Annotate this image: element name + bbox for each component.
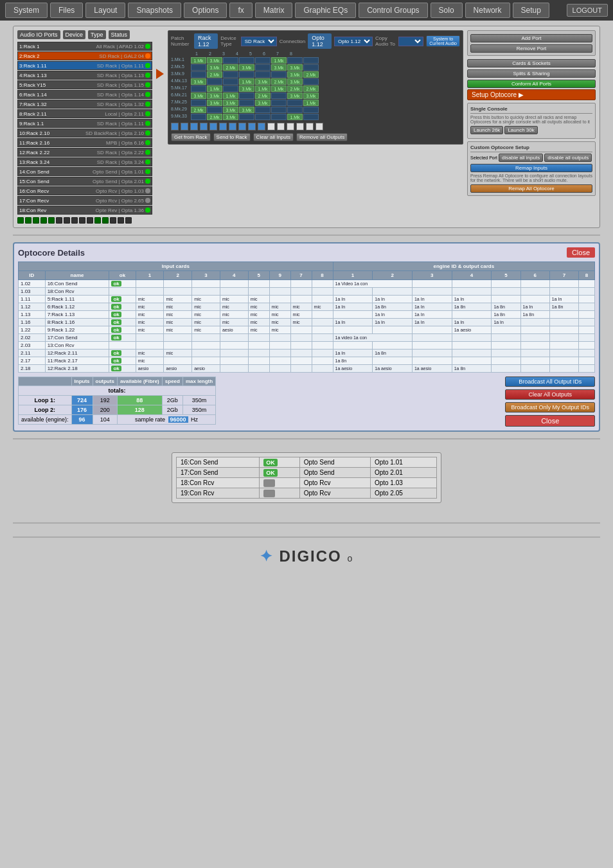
matrix-cell-7-4[interactable] bbox=[255, 107, 271, 113]
matrix-cell-0-0[interactable]: 1.Mk bbox=[191, 57, 206, 64]
matrix-cell-5-1[interactable]: 3.Mk bbox=[207, 93, 222, 99]
matrix-cell-6-0[interactable] bbox=[191, 100, 206, 106]
nav-layout[interactable]: Layout bbox=[85, 3, 125, 18]
rack-row-5[interactable]: 5:Rack Y15 SD Rack | Opta 1.15 bbox=[17, 80, 152, 89]
optocore-bottom-close-button[interactable]: Close bbox=[505, 415, 595, 427]
matrix-cell-3-0[interactable]: 3.Mk bbox=[191, 78, 206, 85]
matrix-cb-8[interactable] bbox=[238, 123, 246, 130]
rack-row-4[interactable]: 4:Rack 1.13 SD Rack | Opta 1.13 bbox=[17, 71, 152, 80]
rack-row-11[interactable]: 11:Rack 2.16 MPB | Opta 6.16 bbox=[17, 138, 152, 147]
disable-outputs-button[interactable]: disable all outputs bbox=[544, 154, 592, 162]
con-row-2[interactable]: 17:Con Send OK Opto Send Opto 2.01 bbox=[177, 468, 437, 478]
matrix-cell-1-3[interactable]: 3.Mk bbox=[239, 64, 254, 71]
rack-row-15[interactable]: 15:Con Send Opto Send | Opta 2.01 bbox=[17, 177, 152, 186]
matrix-cell-5-0[interactable]: 3.Mk bbox=[191, 93, 206, 99]
matrix-cb-2[interactable] bbox=[181, 123, 188, 130]
nav-fx[interactable]: fx bbox=[229, 3, 252, 18]
nav-graphic-eqs[interactable]: Graphic EQs bbox=[295, 3, 356, 18]
matrix-cell-5-6[interactable]: 3.Mk bbox=[287, 93, 303, 99]
matrix-cell-8-6[interactable]: 1.Mk bbox=[287, 114, 303, 120]
matrix-cell-4-1[interactable]: 1.Mk bbox=[207, 85, 222, 92]
matrix-cell-4-5[interactable]: 1.Mk bbox=[271, 85, 287, 92]
matrix-cell-6-1[interactable]: 3.Mk bbox=[207, 100, 222, 106]
rack-row-18[interactable]: 18:Con Rev Opte Rev | Opta 1.36 bbox=[17, 206, 152, 215]
add-port-button[interactable]: Add Port bbox=[470, 34, 592, 42]
matrix-cell-3-2[interactable] bbox=[223, 78, 238, 85]
matrix-cell-4-6[interactable]: 2.Mk bbox=[287, 85, 303, 92]
setup-optocore-button[interactable]: Setup Optocore ▶ bbox=[467, 89, 596, 100]
matrix-cell-6-2[interactable]: 3.Mk bbox=[223, 100, 238, 106]
remap-inputs-button[interactable]: Remap Inputs bbox=[470, 164, 592, 172]
matrix-cell-2-5[interactable] bbox=[271, 71, 287, 78]
disable-inputs-button[interactable]: disable all inputs bbox=[499, 154, 543, 162]
copy-audio-select[interactable] bbox=[398, 37, 423, 46]
matrix-cell-8-7[interactable] bbox=[303, 114, 319, 120]
optocore-close-button[interactable]: Close bbox=[567, 247, 595, 258]
logout-button[interactable]: LOGOUT bbox=[567, 4, 608, 17]
matrix-cell-1-4[interactable] bbox=[255, 64, 271, 71]
matrix-cell-8-2[interactable]: 3.Mk bbox=[223, 114, 238, 120]
matrix-cell-2-4[interactable] bbox=[255, 71, 271, 78]
matrix-cell-3-7[interactable] bbox=[303, 78, 319, 85]
matrix-cell-1-7[interactable] bbox=[303, 64, 319, 71]
matrix-cb-6[interactable] bbox=[219, 123, 227, 130]
matrix-cell-8-3[interactable] bbox=[239, 114, 254, 120]
matrix-cell-3-4[interactable]: 3.Mk bbox=[255, 78, 271, 85]
matrix-cb-13[interactable] bbox=[287, 123, 294, 130]
nav-solo[interactable]: Solo bbox=[431, 3, 463, 18]
matrix-cell-6-3[interactable] bbox=[239, 100, 254, 106]
matrix-cell-7-6[interactable] bbox=[287, 107, 303, 113]
matrix-cell-0-3[interactable] bbox=[239, 57, 254, 64]
matrix-cell-6-6[interactable] bbox=[287, 100, 303, 106]
nav-control-groups[interactable]: Control Groups bbox=[359, 3, 427, 18]
matrix-cell-7-7[interactable] bbox=[303, 107, 319, 113]
matrix-cell-4-7[interactable]: 2.Mk bbox=[303, 85, 319, 92]
matrix-cb-9[interactable] bbox=[248, 123, 256, 130]
remap-all-optocore-button[interactable]: Remap All Optocore bbox=[470, 184, 592, 193]
rack-row-6[interactable]: 6:Rack 1.14 SD Rack | Opta 1.14 bbox=[17, 90, 152, 99]
nav-snapshots[interactable]: Snapshots bbox=[128, 3, 181, 18]
matrix-cb-16[interactable] bbox=[315, 123, 323, 130]
matrix-cell-1-2[interactable]: 2.Mk bbox=[223, 64, 238, 71]
nav-options[interactable]: Options bbox=[184, 3, 227, 18]
matrix-cell-7-5[interactable] bbox=[271, 107, 287, 113]
matrix-cb-5[interactable] bbox=[209, 123, 217, 130]
matrix-cell-5-2[interactable]: 1.Mk bbox=[223, 93, 238, 99]
matrix-cell-2-3[interactable] bbox=[239, 71, 254, 78]
matrix-cell-2-1[interactable]: 2.Mk bbox=[207, 71, 222, 78]
con-row-4[interactable]: 19:Con Rcv Opto Rcv Opto 2.05 bbox=[177, 488, 437, 499]
matrix-cell-6-7[interactable]: 1.Mk bbox=[303, 100, 319, 106]
matrix-cell-7-3[interactable]: 3.Mk bbox=[239, 107, 254, 113]
matrix-cell-0-1[interactable]: 3.Mk bbox=[207, 57, 222, 64]
rack-row-9[interactable]: 9:Rack 1.1 SD Rack | Opta 1.11 bbox=[17, 119, 152, 128]
matrix-cell-0-5[interactable]: 1.Mk bbox=[271, 57, 287, 64]
matrix-cell-0-6[interactable] bbox=[287, 57, 303, 64]
send-to-rack-button[interactable]: Send to Rack bbox=[213, 133, 251, 141]
remove-all-outputs-button[interactable]: Remove all Outputs bbox=[296, 133, 348, 141]
matrix-cell-3-1[interactable] bbox=[207, 78, 222, 85]
launch-26k-button[interactable]: Launch 26k bbox=[470, 126, 503, 134]
conform-all-ports-button[interactable]: Conform All Ports bbox=[467, 80, 596, 88]
nav-system[interactable]: System bbox=[5, 3, 48, 18]
con-row-3[interactable]: 18:Con Rcv Opto Rcv Opto 1.03 bbox=[177, 478, 437, 488]
matrix-cell-0-7[interactable] bbox=[303, 57, 319, 64]
rack-row-14[interactable]: 14:Con Send Opto Send | Opta 1.01 bbox=[17, 167, 152, 176]
matrix-cb-11[interactable] bbox=[267, 123, 275, 130]
matrix-cell-8-4[interactable] bbox=[255, 114, 271, 120]
matrix-cell-5-4[interactable]: 2.Mk bbox=[255, 93, 271, 99]
matrix-cell-8-5[interactable] bbox=[271, 114, 287, 120]
matrix-cell-3-5[interactable]: 2.Mk bbox=[271, 78, 287, 85]
rack-row-16[interactable]: 16:Con Recv Opto Rcv | Opto 1.03 bbox=[17, 186, 152, 195]
matrix-cell-0-2[interactable] bbox=[223, 57, 238, 64]
rack-row-3[interactable]: 3:Rack 1.11 SD Rack | Opta 1.11 bbox=[17, 61, 152, 70]
matrix-cell-2-2[interactable] bbox=[223, 71, 238, 78]
matrix-cell-1-0[interactable] bbox=[191, 64, 206, 71]
matrix-cb-15[interactable] bbox=[306, 123, 314, 130]
matrix-cell-6-5[interactable] bbox=[271, 100, 287, 106]
connection-value[interactable]: Opto 1.12 bbox=[308, 33, 332, 49]
matrix-cell-1-6[interactable]: 3.Mk bbox=[287, 64, 303, 71]
matrix-cb-1[interactable] bbox=[171, 123, 179, 130]
con-row-1[interactable]: 16:Con Send OK Opto Send Opto 1.01 bbox=[177, 457, 437, 468]
matrix-cell-8-0[interactable] bbox=[191, 114, 206, 120]
matrix-cell-4-4[interactable]: 1.Mk bbox=[255, 85, 271, 92]
